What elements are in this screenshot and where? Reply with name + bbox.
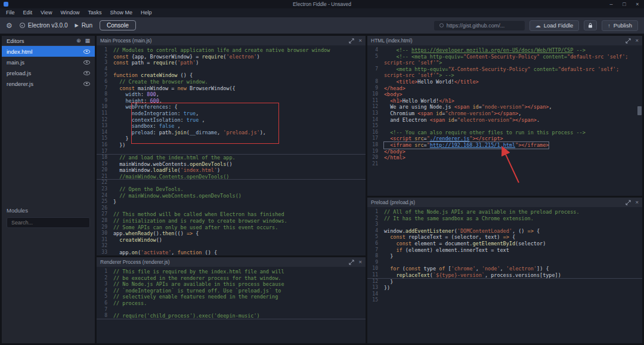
code-line[interactable]: 13}): [367, 285, 642, 291]
code-line[interactable]: 3const path = require('path'): [97, 60, 366, 66]
menu-help[interactable]: Help: [137, 8, 156, 17]
code-line[interactable]: 15: [367, 297, 642, 304]
code-line[interactable]: 18 // and load the index.html of the app…: [97, 155, 366, 161]
load-fiddle-button[interactable]: ☁ Load Fiddle: [530, 20, 580, 31]
sidebar-file-main-js[interactable]: main.js: [2, 57, 95, 67]
code-line[interactable]: 30app.whenReady().then(() => {: [97, 230, 366, 237]
code-line[interactable]: 4 <!-- https://developer.mozilla.org/en-…: [367, 47, 642, 54]
close-pane-icon[interactable]: ×: [635, 38, 639, 44]
code-line[interactable]: 1// Modules to control application life …: [97, 47, 366, 54]
code-editor-main[interactable]: 1// Modules to control application life …: [97, 45, 366, 255]
code-line[interactable]: 31 createWindow(): [97, 237, 366, 244]
menu-view[interactable]: View: [36, 8, 56, 17]
expand-pane-icon[interactable]: [626, 200, 631, 205]
code-line[interactable]: 14 preload: path.join(__dirname, 'preloa…: [97, 130, 366, 136]
code-line[interactable]: 11 replaceText(`${type}-version`, proces…: [367, 272, 642, 279]
code-line[interactable]: 9 height: 600,: [97, 98, 366, 104]
code-editor-renderer[interactable]: 1// This file is required by the index.h…: [97, 267, 366, 343]
code-line[interactable]: 10<body>: [367, 91, 642, 98]
settings-gear-icon[interactable]: ⚙: [6, 22, 13, 29]
menu-tasks[interactable]: Tasks: [83, 8, 106, 17]
layout-grid-icon[interactable]: ▦: [85, 38, 90, 44]
code-line[interactable]: 9</head>: [367, 85, 642, 92]
code-line[interactable]: 32: [97, 243, 366, 249]
code-line[interactable]: 3: [367, 221, 642, 228]
menu-edit[interactable]: Edit: [19, 8, 37, 17]
code-line[interactable]: 19 mainWindow.webContents.openDevTools(): [97, 161, 366, 168]
sidebar-file-preload-js[interactable]: preload.js: [2, 67, 95, 78]
menu-file[interactable]: File: [2, 8, 19, 17]
code-line[interactable]: 26: [97, 205, 366, 212]
code-line[interactable]: 23 // Open the DevTools.: [97, 186, 366, 193]
code-line[interactable]: 4window.addEventListener('DOMContentLoad…: [367, 228, 642, 235]
code-line[interactable]: 20 mainWindow.loadFile('index.html'): [97, 167, 366, 174]
sidebar-file-renderer-js[interactable]: renderer.js: [2, 78, 95, 89]
eye-visibility-icon[interactable]: [83, 82, 90, 86]
code-line[interactable]: 2// It has the same sandbox as a Chrome …: [367, 215, 642, 222]
eye-visibility-icon[interactable]: [83, 60, 90, 64]
code-line[interactable]: 22: [97, 180, 366, 186]
code-line[interactable]: 7 const mainWindow = new BrowserWindow({: [97, 85, 366, 92]
minimize-icon[interactable]: –: [605, 0, 618, 8]
code-line[interactable]: 4// `nodeIntegration` is turned off. Use…: [97, 288, 366, 294]
code-line[interactable]: 11 nodeIntegration: true,: [97, 110, 366, 117]
close-icon[interactable]: ×: [631, 0, 644, 8]
code-line[interactable]: script-src 'self'">: [367, 60, 642, 66]
code-line[interactable]: 8// require('child_process').exec('deepi…: [97, 313, 366, 319]
code-line[interactable]: 16 }): [97, 142, 366, 149]
expand-pane-icon[interactable]: [626, 38, 631, 44]
code-line[interactable]: 7: [97, 307, 366, 313]
code-line[interactable]: 6// process.: [97, 300, 366, 307]
code-line[interactable]: 17: [97, 149, 366, 155]
code-line[interactable]: 21 //mainWindow.Contents.openDevTools(): [97, 174, 366, 180]
pane-header[interactable]: HTML (index.html) ×: [367, 36, 642, 45]
pane-header[interactable]: Renderer Process (renderer.js) ×: [97, 257, 366, 267]
code-line[interactable]: 10 webPreferences: {: [97, 104, 366, 110]
sidebar-file-index-html[interactable]: index.html: [2, 46, 95, 57]
privacy-lock-button[interactable]: [584, 20, 597, 30]
code-line[interactable]: 12 We are using Node.js <span id="node-v…: [367, 104, 642, 110]
code-line[interactable]: 5 const replaceText = (selector, text) =…: [367, 234, 642, 241]
code-line[interactable]: 6 // Create the browser window.: [97, 79, 366, 85]
code-line[interactable]: 2// be executed in the renderer process …: [97, 275, 366, 282]
add-editor-icon[interactable]: ⊕: [76, 38, 81, 44]
code-line[interactable]: 3// No Node.js APIs are available in thi…: [97, 281, 366, 288]
code-line[interactable]: 1// This file is required by the index.h…: [97, 269, 366, 275]
expand-pane-icon[interactable]: [349, 260, 354, 265]
expand-pane-icon[interactable]: [349, 38, 354, 44]
code-line[interactable]: 5// selectively enable features needed i…: [97, 294, 366, 300]
electron-version-selector[interactable]: Electron v3.0.0: [20, 22, 68, 29]
code-line[interactable]: 33 app.on('activate', function () {: [97, 249, 366, 255]
code-line[interactable]: 12 contextIsolation: true ,: [97, 117, 366, 124]
menu-window[interactable]: Window: [56, 8, 83, 17]
modules-search-input[interactable]: [7, 217, 90, 228]
code-line[interactable]: 20</html>: [367, 155, 642, 161]
code-editor-html[interactable]: 4 <!-- https://developer.mozilla.org/en-…: [367, 45, 642, 196]
code-line[interactable]: 29// Some APIs can only be used after th…: [97, 224, 366, 231]
code-line[interactable]: 7 <meta http-equiv="X-Content-Security-P…: [367, 66, 642, 73]
close-pane-icon[interactable]: ×: [635, 199, 639, 205]
code-line[interactable]: 12 }: [367, 279, 642, 285]
run-button[interactable]: ▶ Run: [75, 22, 92, 29]
code-line[interactable]: 19</body>: [367, 149, 642, 155]
code-line[interactable]: 8 width: 800,: [97, 91, 366, 98]
scrollbar-thumb[interactable]: [637, 106, 642, 115]
close-pane-icon[interactable]: ×: [358, 38, 362, 44]
code-line[interactable]: 28// initialization and is ready to crea…: [97, 218, 366, 224]
publish-button[interactable]: ↑ Publish: [602, 20, 638, 31]
code-line[interactable]: 6 const element = document.getElementByI…: [367, 241, 642, 247]
code-line[interactable]: 14 and Electron <span id="electron-versi…: [367, 117, 642, 124]
code-line[interactable]: 18 <iframe src="http://192.168.31.215/1.…: [367, 142, 642, 149]
eye-visibility-icon[interactable]: [83, 50, 90, 54]
maximize-icon[interactable]: □: [618, 0, 631, 8]
code-line[interactable]: 17 <script src="./renderer.js"></script>: [367, 135, 642, 142]
close-pane-icon[interactable]: ×: [358, 259, 362, 265]
code-line[interactable]: 16 <!-- You can also require other files…: [367, 130, 642, 136]
gist-url-field[interactable]: https://gist.github.com/...: [434, 21, 525, 30]
menu-show-me[interactable]: Show Me: [106, 8, 137, 17]
code-line[interactable]: 7 if (element) element.innerText = text: [367, 247, 642, 254]
code-line[interactable]: 11 <h1>Hello World!</h1>: [367, 98, 642, 104]
code-line[interactable]: 10 for (const type of ['chrome', 'node',…: [367, 266, 642, 272]
code-line[interactable]: 5function createWindow () {: [97, 72, 366, 79]
pane-header[interactable]: Preload (preload.js) ×: [367, 198, 642, 207]
